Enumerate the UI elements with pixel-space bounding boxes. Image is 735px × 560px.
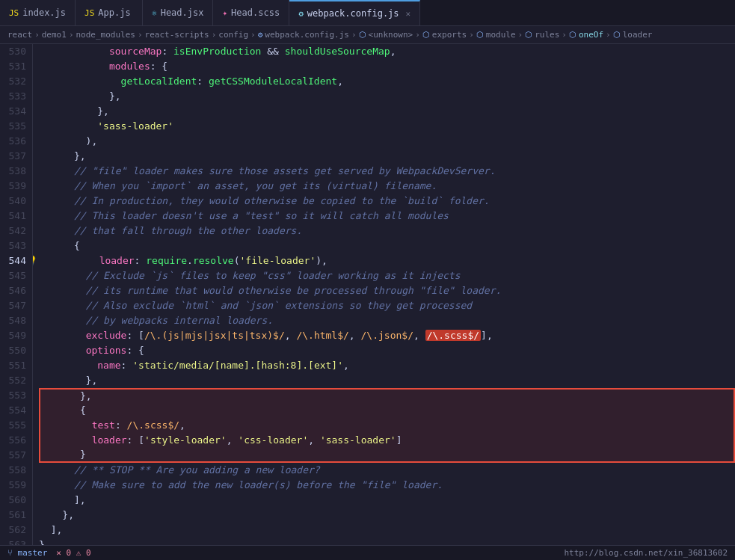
code-line: 💡 loader: require.resolve('file-loader')… <box>39 253 735 268</box>
code-text: }, <box>45 389 92 404</box>
line-number: 545 <box>3 268 26 283</box>
code-text: // ** STOP ** Are you adding a new loade… <box>39 463 320 478</box>
tab-label: Head.jsx <box>161 7 204 18</box>
code-line: // In production, they would otherwise b… <box>39 194 735 209</box>
breadcrumb-icon: ⬡ <box>525 30 532 40</box>
code-line: // "file" loader makes sure those assets… <box>39 164 735 179</box>
tab-index-js[interactable]: JS index.js <box>0 0 76 26</box>
tab-label: index.js <box>22 7 66 18</box>
code-line: // Exclude `js` files to keep "css" load… <box>39 268 735 283</box>
code-line: sourceMap: isEnvProduction && shouldUseS… <box>39 44 735 59</box>
line-number: 554 <box>3 403 26 418</box>
code-line: // This loader doesn't use a "test" so i… <box>39 209 735 224</box>
code-line: }, <box>39 388 735 403</box>
code-text: // Make sure to add the new loader(s) be… <box>39 478 443 493</box>
breadcrumb-text: node_modules <box>76 30 135 40</box>
code-line: test: /\.scss$/, <box>39 418 735 433</box>
tab-head-scss[interactable]: ✦ Head.scss <box>213 0 289 26</box>
code-text: ], <box>39 523 62 538</box>
breadcrumb-icon: ⬡ <box>613 30 621 40</box>
code-line: // Also exclude `html` and `json` extens… <box>39 298 735 313</box>
code-line: }, <box>39 508 735 523</box>
code-text: }, <box>39 538 51 545</box>
code-text: { <box>39 239 80 253</box>
status-left: ⑂ master ✕ 0 ⚠ 0 <box>7 548 91 558</box>
code-text: // In production, they would otherwise b… <box>39 194 490 209</box>
line-number: 547 <box>3 298 26 313</box>
code-text: // "file" loader makes sure those assets… <box>39 164 495 179</box>
code-line: modules: { <box>39 59 735 74</box>
breadcrumb-icon: ⬡ <box>359 30 366 40</box>
code-text: }, <box>39 104 109 119</box>
line-number: 537 <box>3 149 26 164</box>
tab-webpack-config[interactable]: ⚙ webpack.config.js ✕ <box>289 0 420 26</box>
code-line: { <box>39 403 735 418</box>
breadcrumb-text: config <box>218 30 248 40</box>
line-number: 534 <box>3 104 26 119</box>
breadcrumb-text: loader <box>623 30 653 40</box>
code-line: } <box>39 448 735 463</box>
line-number: 533 <box>3 89 26 104</box>
line-number: 555 <box>3 418 26 433</box>
js-icon: JS <box>9 8 19 18</box>
code-line: { <box>39 239 735 253</box>
code-text: ], <box>39 493 86 508</box>
code-text: getLocalIdent: getCSSModuleLocalIdent, <box>39 74 343 89</box>
code-line: ), <box>39 134 735 149</box>
code-text: // by webpacks internal loaders. <box>39 313 273 328</box>
breadcrumb-text: react <box>7 30 32 40</box>
code-line: getLocalIdent: getCSSModuleLocalIdent, <box>39 74 735 89</box>
breadcrumb: react › demo1 › node_modules › react-scr… <box>0 26 735 44</box>
tab-app-js[interactable]: JS App.js <box>76 0 143 26</box>
code-text: }, <box>39 149 86 164</box>
line-number: 542 <box>3 224 26 239</box>
line-number: 546 <box>3 283 26 298</box>
tab-bar: JS index.js JS App.js ⚛ Head.jsx ✦ Head.… <box>0 0 735 26</box>
line-number: 552 <box>3 373 26 388</box>
code-text: name: 'static/media/[name].[hash:8].[ext… <box>39 358 349 373</box>
code-text: modules: { <box>39 59 167 74</box>
line-number: 531 <box>3 59 26 74</box>
line-number: 541 <box>3 209 26 224</box>
status-branch: ⑂ master <box>7 548 47 558</box>
tab-label: App.js <box>98 7 130 18</box>
line-number: 561 <box>3 508 26 523</box>
webpack-icon: ⚙ <box>298 9 304 19</box>
code-text: // its runtime that would otherwise be p… <box>39 283 501 298</box>
code-text: loader: require.resolve('file-loader'), <box>52 253 327 268</box>
code-text: sourceMap: isEnvProduction && shouldUseS… <box>39 44 396 59</box>
code-text: ), <box>39 134 97 149</box>
line-number: 539 <box>3 179 26 194</box>
breadcrumb-icon: ⚙ <box>258 30 263 40</box>
code-content[interactable]: sourceMap: isEnvProduction && shouldUseS… <box>33 44 735 545</box>
line-number: 553 <box>3 388 26 403</box>
code-text: // Also exclude `html` and `json` extens… <box>39 298 472 313</box>
line-number: 548 <box>3 313 26 328</box>
line-number: 558 <box>3 463 26 478</box>
line-number: 560 <box>3 493 26 508</box>
breadcrumb-text: exports <box>432 30 467 40</box>
line-number: 530 <box>3 44 26 59</box>
code-line: }, <box>39 89 735 104</box>
code-line: // Make sure to add the new loader(s) be… <box>39 478 735 493</box>
js-icon: JS <box>84 8 94 18</box>
code-text: exclude: [/\.(js|mjs|jsx|ts|tsx)$/, /\.h… <box>39 328 493 343</box>
line-number: 543 <box>3 239 26 253</box>
line-number: 535 <box>3 119 26 134</box>
code-line: exclude: [/\.(js|mjs|jsx|ts|tsx)$/, /\.h… <box>39 328 735 343</box>
line-number: 551 <box>3 358 26 373</box>
line-number: 556 <box>3 433 26 448</box>
status-right: http://blog.csdn.net/xin_36813602 <box>564 548 728 558</box>
code-text: } <box>45 447 86 462</box>
line-numbers: 5305315325335345355365375385395405415425… <box>0 44 33 545</box>
code-text: // This loader doesn't use a "test" so i… <box>39 209 449 224</box>
tab-close-button[interactable]: ✕ <box>406 9 411 19</box>
code-line: options: { <box>39 343 735 358</box>
code-line: // that fall through the other loaders. <box>39 224 735 239</box>
code-line: }, <box>39 538 735 545</box>
tab-head-jsx[interactable]: ⚛ Head.jsx <box>143 0 213 26</box>
code-line: // by webpacks internal loaders. <box>39 313 735 328</box>
line-number: 562 <box>3 523 26 538</box>
code-text: // Exclude `js` files to keep "css" load… <box>39 268 461 283</box>
breadcrumb-text: oneOf <box>579 30 603 40</box>
